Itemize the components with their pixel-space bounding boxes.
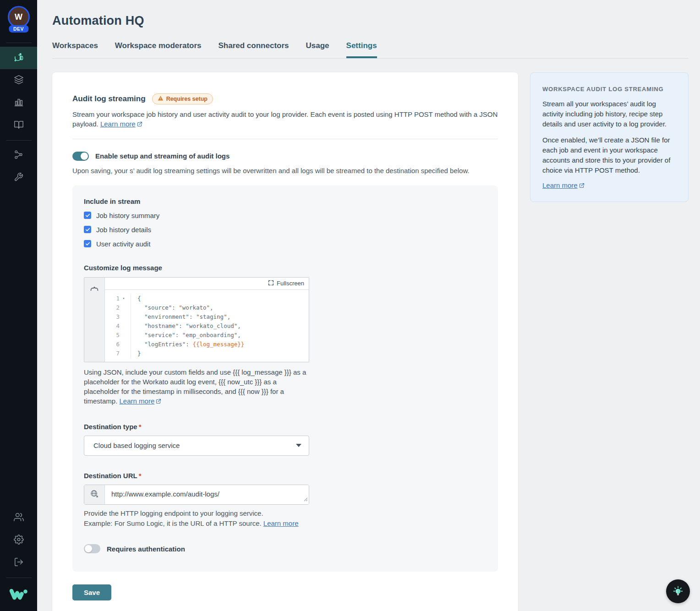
sidebar-item-library[interactable]: [0, 114, 37, 136]
sidebar-divider: [6, 140, 32, 141]
destination-type-select[interactable]: Cloud based logging service: [84, 436, 309, 456]
code-line: "source": "workato",: [137, 303, 213, 312]
tab-workspace-moderators[interactable]: Workspace moderators: [115, 41, 202, 58]
code-line: "logEntries":: [137, 340, 192, 349]
editor-learn-more-link[interactable]: Learn more: [120, 397, 155, 405]
customize-log-message-label: Customize log message: [84, 264, 487, 272]
external-link-icon: [156, 397, 161, 406]
book-icon: [14, 120, 24, 131]
sidebar: W DEV: [0, 0, 37, 611]
enable-streaming-note: Upon saving, your s’ audit log streaming…: [72, 167, 498, 175]
network-icon: [14, 150, 23, 161]
editor-help-body: Using JSON, include your custom fields a…: [84, 368, 306, 405]
audit-log-streaming-card: Audit log streaming Requires setup Strea…: [52, 72, 518, 611]
sidebar-item-settings[interactable]: [0, 529, 37, 551]
code-line: }: [137, 349, 141, 358]
info-learn-more-link[interactable]: Learn more: [542, 181, 578, 189]
workspace-avatar[interactable]: W DEV: [6, 6, 32, 39]
section-description: Stream your workspace job history and us…: [72, 109, 498, 130]
checkbox-user-activity-audit[interactable]: [84, 240, 91, 247]
checkbox-label: Job history summary: [96, 212, 159, 219]
checkbox-row-job-history-details[interactable]: Job history details: [84, 226, 487, 234]
url-help-text: Example: For Sumo Logic, it is the URL o…: [84, 519, 262, 527]
destination-url-input[interactable]: http://www.example.com/audit-logs/: [105, 485, 309, 504]
info-panel: WORKSPACE AUDIT LOG STREAMING Stream all…: [530, 72, 689, 202]
url-learn-more-link[interactable]: Learn more: [263, 519, 299, 527]
info-panel-paragraph-2: Once enabled, we’ll create a JSON file f…: [542, 135, 676, 175]
code-area[interactable]: 1▾ 2 3 4 5 6 7 { "source": "workato",: [105, 290, 309, 362]
url-addon: [84, 485, 105, 504]
line-number: 6: [105, 340, 120, 349]
sidebar-item-workspace-admin[interactable]: [0, 47, 37, 69]
fold-arrow-icon[interactable]: ▾: [120, 294, 128, 303]
toggle-knob: [81, 153, 88, 160]
line-number: 2: [105, 303, 120, 312]
help-fab-button[interactable]: [666, 579, 690, 603]
fullscreen-button[interactable]: Fullscreen: [105, 278, 309, 290]
section-title: Audit log streaming: [72, 94, 146, 104]
code-line: {: [137, 294, 141, 303]
code-token-log-message: {{log_message}}: [192, 340, 244, 349]
logout-icon: [14, 557, 24, 569]
badge-label: Requires setup: [166, 96, 208, 102]
avatar-letter: W: [15, 12, 22, 22]
log-message-editor[interactable]: Fullscreen 1▾ 2 3 4 5 6 7: [84, 277, 309, 362]
destination-type-label: Destination type*: [84, 423, 487, 431]
url-help-line2: Example: For Sumo Logic, it is the URL o…: [84, 519, 487, 528]
environment-badge: DEV: [9, 25, 28, 33]
sidebar-item-dashboard[interactable]: [0, 92, 37, 114]
field-label-text: Destination URL: [84, 472, 137, 480]
streaming-form-panel: Include in stream Job history summary Jo…: [72, 185, 498, 572]
line-number: 3: [105, 312, 120, 322]
requires-authentication-label: Requires authentication: [107, 545, 185, 553]
fullscreen-icon: [268, 280, 274, 287]
sidebar-item-projects[interactable]: [0, 69, 37, 92]
line-number: 5: [105, 331, 120, 340]
info-panel-title: WORKSPACE AUDIT LOG STREAMING: [542, 86, 676, 93]
destination-type-value: Cloud based logging service: [93, 442, 180, 449]
gear-icon: [14, 535, 24, 546]
users-icon: [14, 512, 24, 524]
external-link-icon: [579, 182, 585, 190]
code-line: "environment": "staging",: [137, 312, 230, 322]
workato-logo[interactable]: [9, 588, 28, 603]
code-line: "hostname": "workato_cloud",: [137, 322, 241, 331]
checkbox-job-history-details[interactable]: [84, 226, 91, 233]
field-label-text: Destination type: [84, 423, 137, 431]
sidebar-item-community[interactable]: [0, 507, 37, 529]
requires-authentication-toggle[interactable]: [84, 544, 100, 553]
resize-handle[interactable]: [304, 495, 308, 503]
sidebar-item-tools[interactable]: [0, 167, 37, 189]
save-button[interactable]: Save: [72, 584, 111, 600]
tab-usage[interactable]: Usage: [306, 41, 329, 58]
editor-help-text: Using JSON, include your custom fields a…: [84, 367, 309, 407]
avatar[interactable]: W: [8, 6, 30, 28]
bar-chart-icon: [14, 97, 24, 109]
checkbox-job-history-summary[interactable]: [84, 212, 91, 219]
tab-bar: Workspaces Workspace moderators Shared c…: [52, 41, 689, 59]
workspace-admin-icon: [13, 52, 24, 65]
line-number: 7: [105, 349, 120, 358]
checkbox-row-user-activity-audit[interactable]: User activity audit: [84, 240, 487, 248]
learn-more-link[interactable]: Learn more: [100, 120, 136, 128]
sidebar-divider: [6, 43, 32, 43]
enable-streaming-label: Enable setup and streaming of audit logs: [95, 152, 230, 160]
divider: [72, 139, 498, 139]
checkbox-row-job-history-summary[interactable]: Job history summary: [84, 212, 487, 219]
external-link-icon: [137, 120, 142, 129]
required-asterisk: *: [139, 472, 142, 480]
tab-workspaces[interactable]: Workspaces: [52, 41, 98, 58]
fullscreen-label: Fullscreen: [277, 280, 304, 287]
url-help-line1: Provide the HTTP logging endpoint to you…: [84, 509, 487, 518]
sidebar-item-connections[interactable]: [0, 144, 37, 167]
enable-streaming-toggle[interactable]: [72, 152, 89, 161]
info-panel-paragraph-1: Stream all your workspaces’ audit log ac…: [542, 99, 676, 129]
include-in-stream-label: Include in stream: [84, 197, 487, 205]
tab-shared-connectors[interactable]: Shared connectors: [219, 41, 289, 58]
tab-settings[interactable]: Settings: [346, 41, 377, 58]
sidebar-item-logout[interactable]: [0, 551, 37, 574]
requires-setup-badge: Requires setup: [152, 93, 213, 104]
description-text: Stream your workspace job history and us…: [72, 110, 498, 128]
wrench-icon: [14, 172, 23, 184]
checkbox-label: User activity audit: [96, 240, 150, 248]
